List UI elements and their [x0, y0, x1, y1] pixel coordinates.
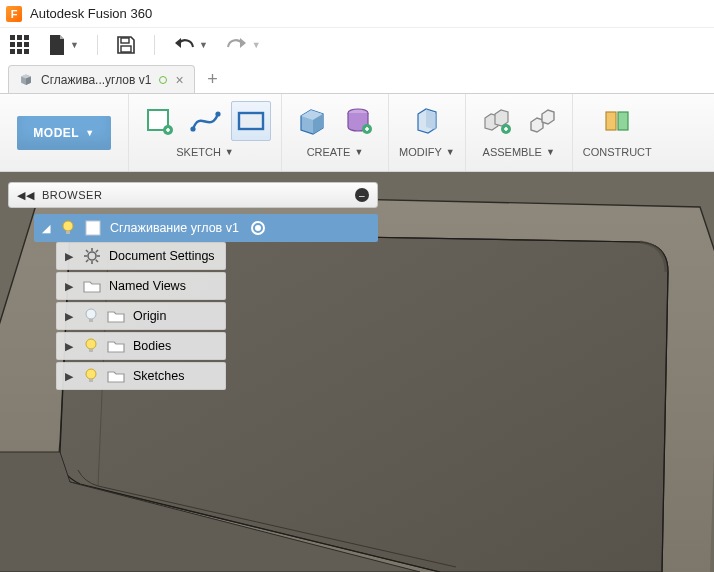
save-icon[interactable] [116, 35, 136, 55]
redo-icon[interactable]: ▼ [226, 37, 261, 53]
expand-arrow-icon[interactable]: ▶ [65, 370, 75, 383]
cylinder-icon[interactable] [338, 101, 378, 141]
component-icon [84, 219, 102, 237]
titlebar: F Autodesk Fusion 360 [0, 0, 714, 28]
lightbulb-off-icon[interactable] [83, 308, 99, 324]
svg-point-14 [215, 111, 220, 116]
svg-line-30 [96, 260, 98, 262]
svg-rect-5 [24, 42, 29, 47]
document-tab-label: Сглажива...углов v1 [41, 73, 151, 87]
ribbon-group-label[interactable]: MODIFY▼ [399, 146, 455, 158]
folder-icon [83, 279, 101, 293]
tree-item-bodies[interactable]: ▶ Bodies [56, 332, 226, 360]
gear-icon [83, 247, 101, 265]
ribbon-group-label[interactable]: CONSTRUCT [583, 146, 652, 158]
tree-item-label: Named Views [109, 279, 186, 293]
svg-rect-15 [239, 113, 263, 129]
chevron-down-icon: ▼ [354, 147, 363, 157]
box-icon[interactable] [292, 101, 332, 141]
ribbon-group-label[interactable]: ASSEMBLE▼ [483, 146, 555, 158]
tree-item-label: Origin [133, 309, 166, 323]
svg-rect-10 [121, 46, 131, 52]
new-tab-button[interactable]: + [199, 65, 227, 93]
expand-arrow-icon[interactable]: ▶ [65, 310, 75, 323]
svg-point-33 [86, 309, 96, 319]
expand-arrow-icon[interactable]: ▶ [65, 250, 75, 263]
press-pull-icon[interactable] [407, 101, 447, 141]
svg-rect-38 [89, 379, 93, 382]
svg-rect-34 [89, 319, 93, 322]
spline-icon[interactable] [185, 101, 225, 141]
apps-grid-icon[interactable] [10, 35, 30, 55]
quick-access-toolbar: ▼ ▼ ▼ [0, 28, 714, 62]
svg-rect-0 [10, 35, 15, 40]
ribbon-group-create: CREATE▼ [281, 94, 388, 171]
separator [97, 35, 98, 55]
tree-item-label: Document Settings [109, 249, 215, 263]
ribbon-group-construct: CONSTRUCT [572, 94, 662, 171]
svg-rect-4 [17, 42, 22, 47]
svg-rect-36 [89, 349, 93, 352]
chevron-down-icon: ▼ [546, 147, 555, 157]
folder-icon [107, 369, 125, 383]
workspace-switcher[interactable]: MODEL ▼ [0, 94, 128, 171]
svg-rect-20 [618, 112, 628, 130]
svg-point-13 [190, 126, 195, 131]
lightbulb-icon[interactable] [83, 368, 99, 384]
tree-item-document-settings[interactable]: ▶ Document Settings [56, 242, 226, 270]
browser-header[interactable]: ◀◀ BROWSER – [8, 182, 378, 208]
svg-rect-9 [121, 38, 129, 43]
undo-icon[interactable]: ▼ [173, 37, 208, 53]
ribbon-group-assemble: ASSEMBLE▼ [465, 94, 572, 171]
svg-line-29 [86, 250, 88, 252]
folder-icon [107, 339, 125, 353]
ribbon-group-label[interactable]: SKETCH▼ [176, 146, 234, 158]
svg-rect-23 [86, 221, 100, 235]
collapse-left-icon[interactable]: ◀◀ [17, 189, 34, 202]
lightbulb-icon[interactable] [60, 220, 76, 236]
svg-rect-6 [10, 49, 15, 54]
tree-root-label: Сглаживание углов v1 [110, 221, 239, 235]
close-tab-icon[interactable]: × [175, 73, 183, 87]
browser-tree: ◢ Сглаживание углов v1 ▶ Document Settin… [8, 208, 378, 396]
expand-arrow-icon[interactable]: ◢ [42, 222, 52, 235]
construct-plane-icon[interactable] [597, 101, 637, 141]
workspace-button[interactable]: MODEL ▼ [17, 116, 110, 150]
tree-item-label: Sketches [133, 369, 184, 383]
new-component-icon[interactable] [476, 101, 516, 141]
browser-panel: ◀◀ BROWSER – ◢ Сглаживание углов v1 ▶ Do… [8, 182, 378, 396]
minimize-icon[interactable]: – [355, 188, 369, 202]
svg-rect-22 [66, 231, 70, 234]
expand-arrow-icon[interactable]: ▶ [65, 340, 75, 353]
workspace-label: MODEL [33, 126, 79, 140]
tree-root[interactable]: ◢ Сглаживание углов v1 [34, 214, 378, 242]
ribbon-group-sketch: SKETCH▼ [128, 94, 281, 171]
app-logo-icon: F [6, 6, 22, 22]
svg-point-37 [86, 369, 96, 379]
tree-item-label: Bodies [133, 339, 171, 353]
svg-rect-1 [17, 35, 22, 40]
app-title: Autodesk Fusion 360 [30, 6, 152, 21]
active-component-icon[interactable] [251, 221, 265, 235]
expand-arrow-icon[interactable]: ▶ [65, 280, 75, 293]
svg-point-24 [88, 252, 96, 260]
create-sketch-icon[interactable] [139, 101, 179, 141]
svg-rect-7 [17, 49, 22, 54]
svg-rect-8 [24, 49, 29, 54]
file-menu-icon[interactable]: ▼ [48, 35, 79, 55]
tree-item-named-views[interactable]: ▶ Named Views [56, 272, 226, 300]
folder-icon [107, 309, 125, 323]
joint-icon[interactable] [522, 101, 562, 141]
separator [154, 35, 155, 55]
viewport-3d[interactable]: ◀◀ BROWSER – ◢ Сглаживание углов v1 ▶ Do… [0, 172, 714, 572]
ribbon-group-label[interactable]: CREATE▼ [307, 146, 364, 158]
tree-item-sketches[interactable]: ▶ Sketches [56, 362, 226, 390]
tree-item-origin[interactable]: ▶ Origin [56, 302, 226, 330]
ribbon-group-modify: MODIFY▼ [388, 94, 465, 171]
svg-rect-2 [24, 35, 29, 40]
lightbulb-icon[interactable] [83, 338, 99, 354]
unsaved-indicator-icon [159, 76, 167, 84]
rectangle-icon[interactable] [231, 101, 271, 141]
chevron-down-icon: ▼ [446, 147, 455, 157]
document-tab[interactable]: Сглажива...углов v1 × [8, 65, 195, 93]
